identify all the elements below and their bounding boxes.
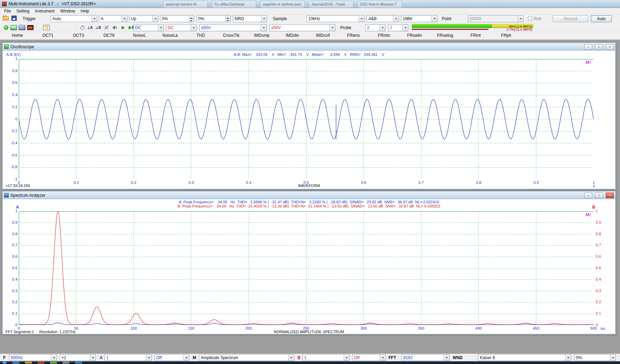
chevron-down-icon[interactable] — [183, 355, 189, 361]
chevron-down-icon[interactable] — [90, 355, 95, 361]
taskbar-sliver[interactable] — [0, 361, 620, 364]
sampling-rate-combo[interactable]: 10kHz — [307, 15, 365, 22]
panel-tab-frph[interactable]: FRph — [491, 32, 521, 39]
chevron-down-icon[interactable] — [51, 355, 57, 361]
range-a-combo[interactable]: ±50V — [199, 24, 267, 31]
chevron-down-icon[interactable] — [152, 16, 158, 22]
coupling-b-combo[interactable]: DC — [166, 24, 196, 31]
spectrum-tool-button[interactable] — [18, 24, 26, 31]
taskbar-icon[interactable] — [12, 362, 19, 364]
chevron-down-icon[interactable] — [158, 25, 164, 31]
panel-tab-oct6[interactable]: OCT6 — [94, 32, 124, 39]
a-gain-combo[interactable]: 1 — [104, 354, 152, 361]
chevron-down-icon[interactable] — [402, 25, 408, 31]
multimeter-tool-button[interactable]: 888 — [26, 24, 34, 31]
title-bar[interactable]: Multi-Instrument Lite 3.7 - <VT DSO-2810… — [0, 0, 620, 8]
panel-tab-oct3[interactable]: OCT3 — [63, 32, 94, 39]
overlap-combo[interactable]: 0% — [574, 354, 616, 361]
restore-button[interactable]: □ — [595, 193, 603, 198]
a-processing-combo[interactable]: Off — [154, 354, 189, 361]
window-function-combo[interactable]: Kaiser 6 — [478, 354, 571, 361]
panel-tab-frswlin[interactable]: FRswlin — [399, 32, 430, 39]
panel-tab-imddin[interactable]: IMDdin — [277, 32, 308, 39]
settings-tools-button[interactable] — [103, 24, 110, 31]
fft-size-combo[interactable]: 8192 — [402, 354, 450, 361]
frequency-combo[interactable]: 500Hz — [9, 354, 57, 361]
minimize-button[interactable]: – — [584, 44, 592, 50]
trigger-delay-spinner[interactable]: 0% — [196, 15, 231, 22]
mode-combo[interactable]: Amplitude Spectrum — [199, 354, 294, 361]
spectrum-title-bar[interactable]: Spectrum Analyzer – □ × — [3, 192, 615, 199]
chevron-down-icon[interactable] — [146, 355, 151, 361]
chevron-down-icon[interactable] — [379, 25, 385, 31]
panel-tab-home[interactable]: Home — [2, 32, 33, 39]
device-test-plan-button[interactable] — [42, 24, 50, 31]
chevron-down-icon[interactable] — [380, 355, 385, 361]
trigger-edge-combo[interactable]: Up — [129, 15, 158, 22]
panel-tab-frwns[interactable]: FRwns — [338, 32, 369, 39]
chevron-down-icon[interactable] — [329, 25, 335, 31]
taskbar-icon[interactable] — [75, 362, 82, 364]
spinner-buttons[interactable] — [189, 16, 194, 22]
menu-item-file[interactable]: File — [1, 8, 14, 14]
chevron-down-icon[interactable] — [610, 355, 615, 361]
trigger-rejection-combo[interactable]: NRO — [233, 15, 267, 22]
close-button[interactable]: × — [606, 44, 614, 50]
panel-tab-frmt[interactable]: FRmt — [460, 32, 491, 39]
open-file-icon[interactable] — [3, 16, 9, 20]
panel-tab-crosstlk[interactable]: CrossTlk — [216, 32, 246, 39]
trigger-source-combo[interactable]: A — [99, 15, 127, 22]
taskbar-icon[interactable] — [62, 362, 69, 364]
restore-button[interactable]: □ — [595, 44, 603, 50]
panel-tab-noisel[interactable]: NoiseL — [124, 32, 155, 39]
panel-tab-frmls[interactable]: FRmls — [369, 32, 399, 39]
trigger-mode-combo[interactable]: Auto — [51, 15, 97, 22]
oscilloscope-title-bar[interactable]: Oscilloscope – □ × — [3, 43, 615, 51]
chevron-down-icon[interactable] — [344, 355, 349, 361]
waveform-plot[interactable]: MI — [19, 59, 594, 179]
play-button[interactable]: ▶ — [119, 24, 127, 31]
taskbar-icon[interactable] — [50, 362, 57, 364]
menu-item-instrument[interactable]: Instrument — [32, 8, 58, 14]
spinner-buttons[interactable] — [225, 16, 230, 22]
multiplier-combo[interactable]: ×1 — [60, 354, 96, 361]
run-button[interactable] — [2, 24, 10, 31]
menu-item-window[interactable]: Window — [57, 8, 78, 14]
auto-button[interactable]: Auto — [591, 15, 612, 22]
probe-calibration-a-button[interactable]: ⊥A — [86, 24, 94, 31]
chevron-down-icon[interactable] — [393, 16, 399, 22]
b-gain-combo[interactable]: 1 — [302, 354, 350, 361]
probe-factor-b-combo[interactable]: 2 — [388, 24, 408, 31]
chevron-down-icon[interactable] — [444, 355, 449, 361]
chevron-down-icon[interactable] — [432, 16, 437, 22]
panel-tab-frswlog[interactable]: FRswlog — [430, 32, 460, 39]
chevron-down-icon[interactable] — [122, 16, 127, 22]
panel-tab-imdccif[interactable]: IMDccif — [308, 32, 338, 39]
trigger-level-spinner[interactable]: 0% — [160, 15, 194, 22]
menu-item-setting[interactable]: Setting — [14, 8, 32, 14]
start-orb-icon[interactable] — [2, 362, 7, 364]
b-processing-combo[interactable]: Off — [352, 354, 386, 361]
spectrum-plot[interactable]: MI — [19, 211, 594, 325]
panel-tab-noisela[interactable]: NoiseLa — [155, 32, 185, 39]
probe-factor-a-combo[interactable]: 2 — [365, 24, 385, 31]
menu-item-help[interactable]: Help — [78, 8, 92, 14]
coupling-a-combo[interactable]: DC — [133, 24, 164, 31]
chevron-down-icon[interactable] — [565, 355, 571, 361]
chevron-down-icon[interactable] — [261, 16, 267, 22]
chevron-down-icon[interactable] — [191, 25, 196, 31]
chevron-down-icon[interactable] — [359, 16, 364, 22]
minimize-button[interactable]: – — [584, 193, 592, 198]
panel-tab-oct1[interactable]: OCT1 — [33, 32, 63, 39]
sampling-channels-combo[interactable]: A&B — [367, 15, 399, 22]
taskbar-icon[interactable] — [25, 362, 32, 364]
range-b-combo[interactable]: ±50V — [269, 24, 335, 31]
close-button[interactable]: × — [606, 193, 614, 198]
taskbar-icon[interactable] — [37, 362, 44, 364]
chevron-down-icon[interactable] — [261, 25, 266, 31]
chevron-down-icon[interactable] — [288, 355, 294, 361]
save-file-icon[interactable] — [11, 16, 17, 21]
oscilloscope-tool-button[interactable] — [10, 24, 17, 31]
chevron-down-icon[interactable] — [91, 16, 97, 22]
hot-panel-button[interactable] — [78, 24, 86, 31]
